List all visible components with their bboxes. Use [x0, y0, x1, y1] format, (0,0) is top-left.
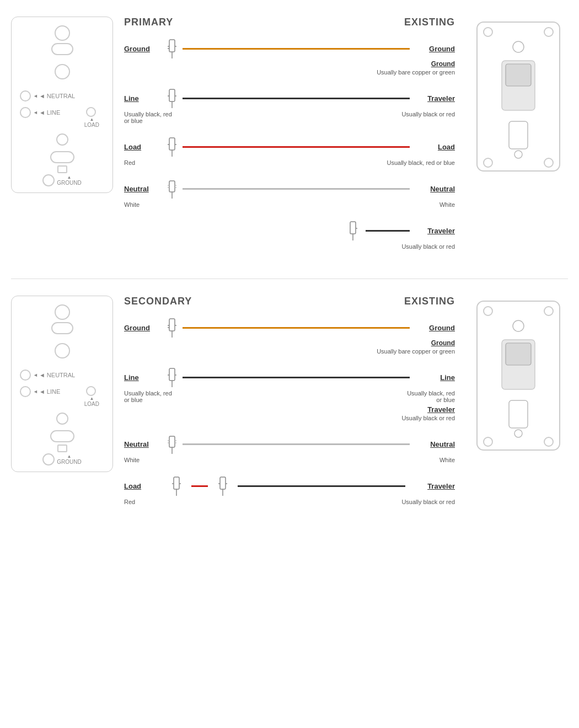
- wire-row-inner-line: Line Traveler: [124, 88, 455, 109]
- wire-line-line-bottom: [183, 377, 410, 378]
- wire-label-neutral-left-bottom: Neutral: [124, 440, 163, 448]
- load-sublabel-left: Red: [124, 159, 135, 166]
- primary-switch-diagram: ◄ NEUTRAL ◄ LINE LOAD GROUND: [11, 17, 113, 193]
- bottom-circle-sec: [56, 413, 68, 425]
- wire-line-line-top: [183, 98, 410, 99]
- wire-labels-line-bottom: Usually black, red or blue Usually black…: [124, 389, 455, 421]
- svg-rect-37: [169, 368, 175, 381]
- primary-wiring-center: PRIMARY EXISTING Ground Ground: [119, 17, 460, 262]
- ground-sublabel-right-bottom: Usually bare copper or green: [377, 348, 455, 355]
- pill-shape-sec: [51, 322, 73, 334]
- wall-svg-top: [466, 17, 568, 193]
- bottom-square: [57, 165, 67, 173]
- connector-ground-top: [163, 39, 181, 58]
- wire-labels-traveler-only: Usually black or red: [124, 242, 455, 250]
- wire-line-neutral-top: [183, 188, 410, 190]
- ground-label-sec: GROUND: [57, 454, 81, 465]
- wire-row-inner-ground: Ground Ground: [124, 38, 455, 59]
- wire-label-ground-right: Ground: [411, 45, 455, 53]
- svg-point-24: [544, 28, 553, 36]
- wire-row-load-top: Load Load Red Usually black, red or blue: [124, 136, 455, 166]
- wire-label-neutral-right: Neutral: [411, 185, 455, 193]
- wire-labels-line: Usually black, red or blue Usually black…: [124, 110, 455, 124]
- svg-rect-9: [169, 138, 175, 150]
- wire-labels-load-traveler: Red Usually black or red: [124, 497, 455, 505]
- svg-point-29: [484, 158, 492, 167]
- svg-point-63: [544, 437, 553, 446]
- svg-rect-32: [169, 319, 175, 331]
- wire-label-neutral-right-bottom: Neutral: [411, 440, 455, 448]
- page-container: ◄ NEUTRAL ◄ LINE LOAD GROUND PRIMARY: [0, 0, 579, 728]
- bottom-circle: [56, 133, 68, 146]
- wire-row-inner-neutral: Neutral Neutral: [124, 178, 455, 199]
- svg-point-56: [484, 307, 492, 315]
- secondary-wiring-center: SECONDARY EXISTING Ground Ground: [119, 296, 460, 517]
- wire-label-traveler-right-bottom: Traveler: [411, 482, 455, 490]
- wire-row-inner-line-bottom: Line Line: [124, 367, 455, 388]
- ground-circle: [42, 174, 55, 186]
- ground-sublabel-right: Usually bare copper or green: [377, 69, 455, 76]
- svg-rect-41: [169, 436, 175, 447]
- traveler-only-sublabel-right: Usually black or red: [401, 243, 455, 250]
- neutral-row-sec: ◄ NEUTRAL: [17, 370, 107, 381]
- existing-label-top: EXISTING: [404, 17, 455, 28]
- line-sublabel-left: Usually black, red or blue: [124, 111, 172, 124]
- wire-row-inner-neutral-bottom: Neutral Neutral: [124, 433, 455, 454]
- wire-line-load-top: [183, 146, 410, 148]
- primary-label: PRIMARY: [124, 17, 173, 28]
- connector-load-top: [163, 137, 181, 157]
- wire-label-line-right-bottom: Line: [411, 373, 455, 382]
- ground-row-sec: GROUND: [42, 453, 81, 465]
- secondary-label: SECONDARY: [124, 296, 192, 307]
- top-screw-circle-sec: [55, 304, 70, 320]
- line-row-sec: ◄ LINE LOAD: [17, 386, 107, 397]
- bottom-section: ◄ NEUTRAL ◄ LINE LOAD GROUND SECONDA: [11, 290, 568, 523]
- wire-line-load-bottom: [191, 485, 208, 487]
- load-label: LOAD: [84, 117, 99, 128]
- wire-label-ground-right-bottom: Ground: [411, 324, 455, 332]
- svg-rect-19: [350, 222, 356, 234]
- mid-circle-sec: [55, 343, 70, 358]
- wire-label-load-left-bottom: Load: [124, 482, 163, 490]
- line-label-sec: ◄ LINE: [33, 388, 60, 395]
- wire-label-neutral-left: Neutral: [124, 185, 163, 193]
- mid-circle: [55, 64, 70, 79]
- traveler-extra-label: Traveler: [401, 405, 455, 414]
- svg-rect-28: [509, 121, 528, 149]
- secondary-wall-diagram: [466, 296, 568, 474]
- load-label-sec: LOAD: [84, 396, 99, 407]
- svg-rect-47: [174, 477, 179, 489]
- ground-row: GROUND: [42, 174, 81, 186]
- wire-labels-load: Red Usually black, red or blue: [124, 158, 455, 166]
- secondary-wiring-header: SECONDARY EXISTING: [124, 296, 455, 307]
- traveler-sublabel-right: Usually black or red: [401, 111, 455, 117]
- wire-line-traveler-only: [366, 230, 410, 232]
- wire-label-traveler-only-right: Traveler: [411, 227, 455, 235]
- wire-labels-neutral: White White: [124, 200, 455, 208]
- load-circle-sec: [86, 386, 96, 396]
- primary-wiring-header: PRIMARY EXISTING: [124, 17, 455, 28]
- neutral-circle: [20, 90, 31, 101]
- line-circle: [20, 107, 31, 118]
- wire-label-ground-left: Ground: [124, 45, 163, 53]
- connector-line-bottom: [163, 367, 181, 387]
- svg-point-57: [544, 307, 553, 315]
- wire-line-ground-top: [183, 48, 410, 50]
- wire-line-neutral-bottom: [183, 443, 410, 445]
- bottom-square-sec: [57, 445, 67, 452]
- wire-label-load-left: Load: [124, 143, 163, 151]
- top-section: ◄ NEUTRAL ◄ LINE LOAD GROUND PRIMARY: [11, 11, 568, 267]
- load-sublabel-left-bottom: Red: [124, 499, 135, 505]
- connector-ground-bottom: [163, 318, 181, 338]
- ground-label: GROUND: [57, 175, 81, 186]
- wire-label-line-left: Line: [124, 94, 163, 103]
- neutral-sublabel-left-bottom: White: [124, 457, 140, 463]
- svg-point-64: [514, 430, 522, 437]
- svg-point-31: [514, 151, 522, 158]
- wall-svg-bottom: [466, 296, 568, 472]
- line-row: ◄ LINE LOAD: [17, 107, 107, 118]
- neutral-row: ◄ NEUTRAL: [17, 90, 107, 101]
- wire-row-neutral-top: Neutral Neutral White White: [124, 178, 455, 208]
- connector-traveler-bottom: [213, 476, 232, 496]
- wire-labels-neutral-bottom: White White: [124, 456, 455, 463]
